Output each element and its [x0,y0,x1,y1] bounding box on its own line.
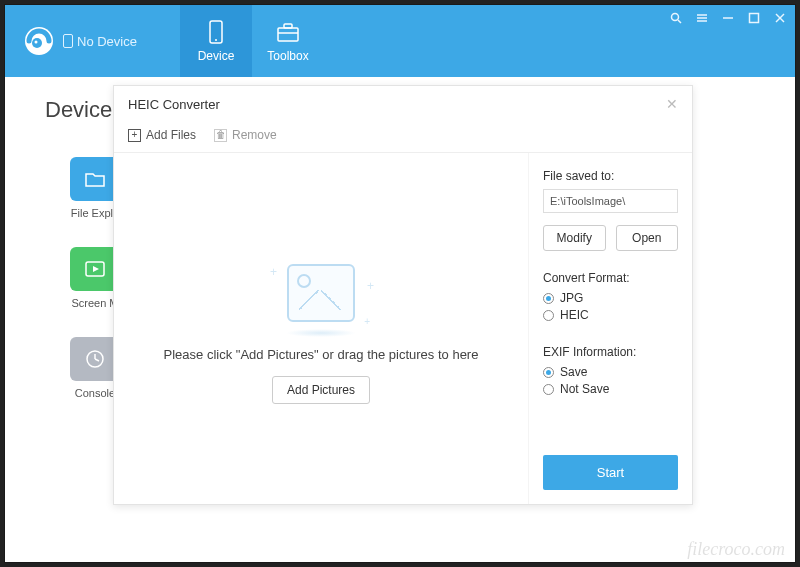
toolbox-icon [275,19,301,45]
saved-to-label: File saved to: [543,169,678,183]
trash-icon: 🗑 [214,129,227,142]
radio-icon [543,293,554,304]
radio-icon [543,367,554,378]
radio-label: Not Save [560,382,609,396]
tab-device[interactable]: Device [180,5,252,77]
saved-to-input[interactable] [543,189,678,213]
heic-converter-dialog: HEIC Converter ✕ + Add Files 🗑 Remove + … [113,85,693,505]
add-files-button[interactable]: + Add Files [128,128,196,142]
dialog-header: HEIC Converter ✕ [114,86,692,122]
radio-exif-not-save[interactable]: Not Save [543,382,678,396]
open-button[interactable]: Open [616,225,679,251]
drop-area[interactable]: + + + Please click "Add Pictures" or dra… [114,153,528,504]
main-tabs: Device Toolbox [180,5,324,77]
titlebar: No Device Device Toolbox [5,5,795,77]
close-icon[interactable]: ✕ [666,96,678,112]
radio-label: Save [560,365,587,379]
svg-line-22 [95,359,99,361]
close-icon[interactable] [773,11,787,25]
radio-label: HEIC [560,308,589,322]
radio-icon [543,310,554,321]
tab-toolbox[interactable]: Toolbox [252,5,324,77]
svg-point-3 [35,41,38,44]
svg-point-5 [215,39,217,41]
svg-point-9 [672,14,679,21]
exif-group: EXIF Information: Save Not Save [543,345,678,399]
convert-format-group: Convert Format: JPG HEIC [543,271,678,325]
dialog-body: + + + Please click "Add Pictures" or dra… [114,153,692,504]
tool-label: File Explo [71,207,119,219]
radio-label: JPG [560,291,583,305]
image-placeholder-icon: + + + [276,253,366,333]
radio-icon [543,384,554,395]
maximize-icon[interactable] [747,11,761,25]
radio-exif-save[interactable]: Save [543,365,678,379]
svg-rect-15 [750,14,759,23]
window-controls [669,11,787,25]
app-window: No Device Device Toolbox De [4,4,796,563]
tool-label: Console [75,387,115,399]
svg-marker-19 [93,266,99,272]
svg-line-10 [678,20,681,23]
tab-label: Device [198,49,235,63]
remove-button: 🗑 Remove [214,128,277,142]
logo-area: No Device [5,5,180,77]
radio-jpg[interactable]: JPG [543,291,678,305]
dialog-toolbar: + Add Files 🗑 Remove [114,122,692,153]
modify-button[interactable]: Modify [543,225,606,251]
app-logo-icon [23,25,55,57]
drop-hint: Please click "Add Pictures" or drag the … [164,347,479,362]
tool-label: Screen M [71,297,118,309]
start-button[interactable]: Start [543,455,678,490]
button-label: Remove [232,128,277,142]
menu-icon[interactable] [695,11,709,25]
button-label: Add Files [146,128,196,142]
tablet-icon [203,19,229,45]
tab-label: Toolbox [267,49,308,63]
minimize-icon[interactable] [721,11,735,25]
side-panel: File saved to: Modify Open Convert Forma… [528,153,692,504]
convert-format-label: Convert Format: [543,271,678,285]
svg-rect-7 [284,24,292,28]
plus-icon: + [128,129,141,142]
radio-heic[interactable]: HEIC [543,308,678,322]
search-icon[interactable] [669,11,683,25]
add-pictures-button[interactable]: Add Pictures [272,376,370,404]
exif-label: EXIF Information: [543,345,678,359]
watermark: filecroco.com [687,539,785,560]
device-status: No Device [63,34,137,49]
dialog-title: HEIC Converter [128,97,220,112]
svg-rect-6 [278,28,298,41]
